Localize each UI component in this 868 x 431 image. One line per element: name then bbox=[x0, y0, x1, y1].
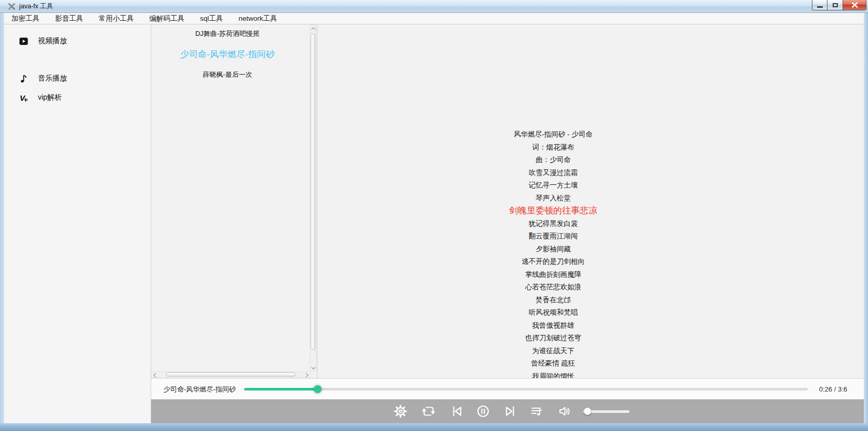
next-icon bbox=[503, 404, 517, 419]
maximize-icon bbox=[833, 3, 838, 7]
app-content: 加密工具 影音工具 常用小工具 编解码工具 sql工具 network工具 视频… bbox=[4, 13, 864, 423]
video-play-icon bbox=[18, 37, 29, 45]
next-button[interactable] bbox=[503, 404, 517, 419]
menu-sql-tools[interactable]: sql工具 bbox=[196, 13, 227, 24]
menu-encrypt-tools[interactable]: 加密工具 bbox=[7, 13, 44, 24]
lyric-line: 吹雪又漫过流霜 bbox=[318, 167, 789, 180]
repeat-icon bbox=[421, 404, 436, 419]
lyric-line: 翻云覆雨江湖闯 bbox=[318, 230, 789, 243]
pause-icon bbox=[476, 404, 490, 419]
playlist-item-selected[interactable]: 少司命-风华燃尽-指间砂 bbox=[151, 48, 304, 60]
window-border-left bbox=[0, 13, 4, 423]
window-controls bbox=[812, 0, 866, 10]
lyric-line: 也挥刀划破过苍穹 bbox=[318, 332, 789, 345]
window-border-right bbox=[864, 13, 868, 423]
minimize-icon bbox=[817, 6, 823, 8]
music-note-icon bbox=[18, 74, 29, 83]
lyric-line: 琴声入松堂 bbox=[318, 192, 789, 205]
lyric-stack: 风华燃尽-指间砂 - 少司命 词：烟花瀑布 曲：少司命 吹雪又漫过流霜 记忆寻一… bbox=[318, 128, 789, 378]
play-queue-button[interactable] bbox=[529, 404, 544, 419]
maximize-button[interactable] bbox=[827, 0, 843, 10]
playlist-item[interactable]: 薛晓枫-最后一次 bbox=[151, 70, 304, 79]
window-border-bottom bbox=[0, 423, 868, 431]
lyric-line: 记忆寻一方土壤 bbox=[318, 179, 789, 192]
progress-fill bbox=[244, 388, 317, 390]
lyric-line: 词：烟花瀑布 bbox=[318, 141, 789, 154]
scroll-down-icon[interactable] bbox=[311, 365, 316, 370]
volume-slider[interactable] bbox=[583, 410, 630, 413]
menu-media-tools[interactable]: 影音工具 bbox=[51, 13, 87, 24]
menu-codec-tools[interactable]: 编解码工具 bbox=[145, 13, 189, 24]
minimize-button[interactable] bbox=[812, 0, 827, 10]
lyric-line: 曲：少司命 bbox=[318, 154, 789, 167]
lyric-line: 我曾傲视群雄 bbox=[318, 319, 789, 332]
sidebar-item-vip-parse[interactable]: Vip vip解析 bbox=[4, 91, 151, 104]
time-display: 0:26 / 3:6 bbox=[819, 379, 847, 400]
lyric-line: 焚香在北邙 bbox=[318, 294, 789, 307]
lyric-line: 夕影袖间藏 bbox=[318, 243, 789, 256]
title-bar[interactable]: java-fx 工具 bbox=[0, 0, 868, 13]
lyric-line: 曾经豪情 疏狂 bbox=[318, 357, 789, 370]
sidebar-item-label: 视频播放 bbox=[38, 36, 67, 46]
sidebar-item-video-play[interactable]: 视频播放 bbox=[4, 34, 151, 48]
lyric-line: 为谁征战天下 bbox=[318, 345, 789, 358]
now-playing-label: 少司命-风华燃尽-指间砂 bbox=[164, 379, 236, 400]
progress-thumb[interactable] bbox=[314, 385, 322, 393]
playlist-icon bbox=[529, 404, 544, 419]
scroll-up-icon[interactable] bbox=[311, 28, 316, 33]
menu-bar: 加密工具 影音工具 常用小工具 编解码工具 sql工具 network工具 bbox=[4, 13, 864, 24]
playlist-panel: DJ舞曲-苏荷酒吧慢摇 少司命-风华燃尽-指间砂 薛晓枫-最后一次 bbox=[151, 24, 317, 378]
lyric-line-active: 剑魄里委顿的往事悲凉 bbox=[318, 205, 789, 218]
scroll-right-icon[interactable] bbox=[303, 373, 309, 378]
control-bar bbox=[151, 399, 864, 423]
lyric-line: 犹记得黑发白裳 bbox=[318, 218, 789, 231]
desktop: java-fx 工具 加密工具 影音工具 常用小工具 编解码工具 sql工具 n… bbox=[0, 0, 868, 431]
lyrics-panel: 风华燃尽-指间砂 - 少司命 词：烟花瀑布 曲：少司命 吹雪又漫过流霜 记忆寻一… bbox=[318, 24, 864, 378]
playlist-vertical-scrollbar[interactable] bbox=[310, 25, 316, 372]
menu-network-tools[interactable]: network工具 bbox=[234, 13, 281, 24]
playlist-item[interactable]: DJ舞曲-苏荷酒吧慢摇 bbox=[151, 29, 304, 38]
lyric-line: 我眉间的惆怅 bbox=[318, 370, 789, 379]
sidebar-item-label: 音乐播放 bbox=[38, 74, 67, 83]
playlist-horizontal-scrollbar[interactable] bbox=[152, 371, 310, 378]
window-title: java-fx 工具 bbox=[19, 0, 53, 13]
lyric-line: 逃不开的是刀剑相向 bbox=[318, 255, 789, 268]
previous-icon bbox=[450, 404, 464, 419]
lyric-line: 听风祝颂和梵唱 bbox=[318, 306, 789, 319]
repeat-button[interactable] bbox=[421, 404, 436, 419]
speaker-icon bbox=[557, 404, 572, 419]
player-bar: 少司命-风华燃尽-指间砂 0:26 / 3:6 bbox=[151, 378, 864, 399]
app-tools-icon bbox=[8, 3, 16, 10]
close-button[interactable] bbox=[843, 0, 866, 10]
close-icon bbox=[851, 2, 858, 8]
gear-icon bbox=[393, 404, 408, 419]
settings-button[interactable] bbox=[393, 404, 408, 419]
scroll-left-icon[interactable] bbox=[154, 373, 159, 378]
previous-button[interactable] bbox=[450, 404, 464, 419]
volume-button[interactable] bbox=[557, 404, 572, 419]
lyric-line-title: 风华燃尽-指间砂 - 少司命 bbox=[318, 128, 789, 141]
sidebar-item-music-play[interactable]: 音乐播放 bbox=[4, 72, 151, 85]
pause-button[interactable] bbox=[476, 404, 490, 419]
sidebar-item-label: vip解析 bbox=[38, 93, 62, 102]
lyric-line: 掌线曲折刻画魔障 bbox=[318, 268, 789, 281]
vip-icon: Vip bbox=[18, 93, 29, 102]
vertical-scroll-thumb[interactable] bbox=[311, 33, 315, 350]
sidebar: 视频播放 音乐播放 Vip vip解析 bbox=[4, 24, 151, 423]
progress-slider[interactable] bbox=[244, 388, 808, 390]
menu-common-tools[interactable]: 常用小工具 bbox=[95, 13, 138, 24]
lyric-line: 心若苍茫悲欢如浪 bbox=[318, 281, 789, 294]
volume-thumb[interactable] bbox=[584, 408, 591, 415]
horizontal-scroll-thumb[interactable] bbox=[166, 372, 296, 376]
